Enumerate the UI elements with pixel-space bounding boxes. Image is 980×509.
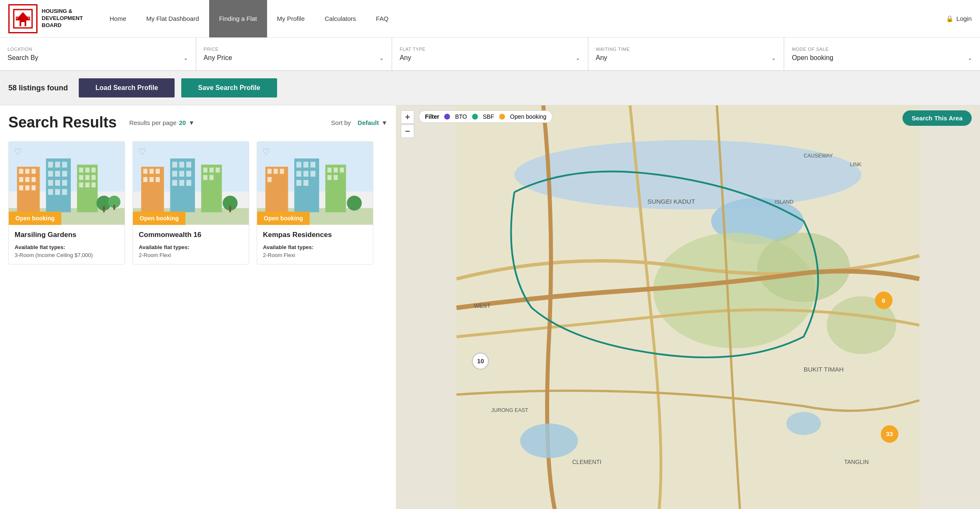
- svg-rect-40: [85, 182, 90, 187]
- card-flat-types-value: 2-Room Flexi: [139, 252, 243, 258]
- svg-rect-13: [19, 177, 23, 182]
- filter-waiting-time-label: Waiting Time: [596, 47, 777, 52]
- svg-rect-92: [328, 167, 332, 172]
- sbf-label: SBF: [483, 113, 494, 120]
- svg-rect-31: [62, 189, 67, 195]
- svg-rect-69: [216, 167, 220, 172]
- zoom-in-button[interactable]: +: [401, 110, 414, 124]
- save-search-profile-button[interactable]: Save Search Profile: [181, 78, 277, 97]
- nav-my-flat-dashboard[interactable]: My Flat Dashboard: [136, 0, 209, 37]
- svg-rect-59: [186, 162, 191, 167]
- svg-rect-73: [229, 206, 231, 212]
- svg-rect-36: [79, 175, 83, 180]
- card-title: Kempas Residences: [263, 231, 367, 239]
- logo-icon: [13, 9, 33, 29]
- chevron-down-icon: ⌄: [183, 55, 188, 61]
- favorite-icon[interactable]: ♡: [262, 147, 270, 157]
- filter-flat-type[interactable]: Flat Type Any ⌄: [392, 37, 588, 70]
- filter-flat-type-value: Any: [400, 54, 411, 62]
- svg-rect-86: [296, 171, 301, 177]
- svg-rect-23: [48, 171, 53, 177]
- map-marker[interactable]: 33: [881, 425, 898, 443]
- login-button[interactable]: 🔒 Login: [946, 15, 972, 22]
- svg-rect-55: [156, 177, 160, 182]
- svg-rect-65: [186, 180, 191, 186]
- zoom-out-button[interactable]: −: [401, 125, 414, 138]
- nav-home[interactable]: Home: [100, 0, 136, 37]
- filter-price-label: Price: [204, 47, 385, 52]
- svg-text:CLEMENTI: CLEMENTI: [572, 459, 601, 465]
- nav-faq[interactable]: FAQ: [366, 0, 398, 37]
- search-this-area-button[interactable]: Search This Area: [902, 110, 972, 126]
- svg-rect-63: [172, 180, 177, 186]
- svg-text:ISLAND: ISLAND: [775, 199, 793, 205]
- chevron-down-icon[interactable]: ▼: [381, 119, 388, 126]
- ob-label: Open booking: [510, 113, 546, 120]
- svg-rect-71: [210, 175, 214, 180]
- cards-grid: ♡: [8, 141, 388, 264]
- ob-dot: [499, 114, 505, 120]
- per-page-label: Results per page: [129, 119, 176, 126]
- map-marker[interactable]: 6: [875, 292, 892, 309]
- left-panel: Search Results Results per page 20 ▼ Sor…: [0, 105, 396, 509]
- svg-rect-18: [32, 185, 36, 190]
- favorite-icon[interactable]: ♡: [14, 147, 22, 157]
- card-body: Marsiling Gardens Available flat types: …: [9, 225, 125, 264]
- svg-rect-33: [79, 167, 83, 172]
- svg-rect-52: [156, 169, 160, 174]
- card-body: Kempas Residences Available flat types: …: [257, 225, 373, 264]
- svg-rect-17: [25, 185, 30, 190]
- svg-rect-85: [310, 162, 315, 167]
- card-title: Commonwealth 16: [139, 231, 243, 239]
- svg-rect-61: [179, 171, 184, 177]
- svg-text:LINK: LINK: [850, 162, 862, 167]
- main-nav: Home My Flat Dashboard Finding a Flat My…: [100, 0, 946, 37]
- filter-waiting-time[interactable]: Waiting Time Any ⌄: [588, 37, 785, 70]
- main-content: Search Results Results per page 20 ▼ Sor…: [0, 105, 980, 509]
- search-action-bar: 58 listings found Load Search Profile Sa…: [0, 71, 980, 105]
- filter-price[interactable]: Price Any Price ⌄: [196, 37, 392, 70]
- nav-my-profile[interactable]: My Profile: [267, 0, 315, 37]
- map-panel: SUNGEI KADUT WEST CLEMENTI BUKIT TIMAH T…: [396, 105, 980, 509]
- svg-rect-12: [32, 169, 36, 174]
- sbf-dot: [472, 114, 478, 120]
- svg-rect-10: [19, 169, 23, 174]
- svg-rect-84: [303, 162, 308, 167]
- svg-rect-39: [79, 182, 83, 187]
- svg-rect-64: [179, 180, 184, 186]
- nav-finding-a-flat[interactable]: Finding a Flat: [209, 0, 267, 37]
- card-image: ♡: [133, 142, 249, 225]
- svg-rect-50: [143, 169, 148, 174]
- sort-by: Sort by Default ▼: [331, 119, 388, 126]
- logo-text: HOUSING &DEVELOPMENTBOARD: [42, 8, 83, 29]
- nav-calculators[interactable]: Calculators: [315, 0, 366, 37]
- filter-mode-of-sale-label: Mode of Sale: [792, 47, 972, 52]
- chevron-down-icon: ⌄: [575, 55, 580, 61]
- svg-rect-45: [113, 205, 115, 210]
- svg-rect-54: [150, 177, 154, 182]
- results-per-page: Results per page 20 ▼: [129, 119, 195, 126]
- favorite-icon[interactable]: ♡: [138, 147, 146, 157]
- svg-rect-60: [172, 171, 177, 177]
- svg-rect-22: [62, 162, 67, 167]
- svg-rect-51: [150, 169, 154, 174]
- map-marker[interactable]: 10: [472, 352, 489, 370]
- sort-by-label: Sort by: [331, 119, 351, 126]
- listing-card[interactable]: ♡: [257, 141, 373, 264]
- listing-card[interactable]: ♡: [8, 141, 125, 264]
- svg-rect-93: [334, 167, 338, 172]
- filter-flat-type-label: Flat Type: [400, 47, 580, 52]
- listing-card[interactable]: ♡: [132, 141, 249, 264]
- filter-mode-of-sale[interactable]: Mode of Sale Open booking ⌄: [784, 37, 980, 70]
- chevron-down-icon[interactable]: ▼: [188, 119, 195, 126]
- card-badge: Open booking: [257, 212, 310, 225]
- svg-rect-96: [334, 175, 338, 180]
- lock-icon: 🔒: [946, 15, 954, 22]
- svg-rect-89: [296, 180, 301, 186]
- map-filter-legend: Filter BTO SBF Open booking: [419, 110, 552, 123]
- svg-rect-26: [48, 180, 53, 186]
- svg-text:CAUSEWAY: CAUSEWAY: [804, 153, 833, 159]
- load-search-profile-button[interactable]: Load Search Profile: [79, 78, 175, 97]
- filter-location[interactable]: Location Search By ⌄: [0, 37, 196, 70]
- svg-rect-16: [19, 185, 23, 190]
